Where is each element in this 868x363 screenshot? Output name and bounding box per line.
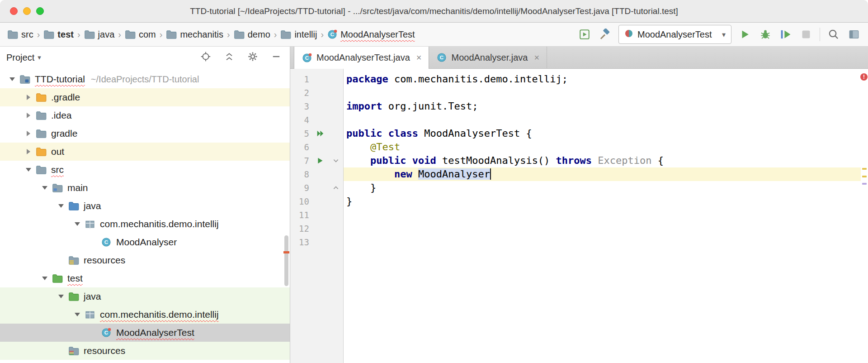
close-tab-icon[interactable]: × [416, 53, 422, 63]
tree-item-idea[interactable]: .idea [0, 106, 290, 124]
tree-item-out[interactable]: out [0, 143, 290, 161]
zoom-window-button[interactable] [36, 7, 44, 15]
line-number-7[interactable]: 7 [290, 156, 311, 166]
build-hammer-icon[interactable] [598, 28, 612, 41]
tree-item-src[interactable]: src [0, 161, 290, 179]
code-line-2[interactable] [344, 86, 861, 100]
run-configuration-select[interactable]: MoodAnalyserTest ▾ [618, 25, 731, 44]
tree-item-ttd-tutorial[interactable]: TTD-tutorial~/IdeaProjects/TTD-tutorial [0, 70, 290, 88]
tree-item-resources[interactable]: resources [0, 342, 290, 360]
project-scrollbar-thumb[interactable] [284, 235, 288, 286]
fold-marker-icon[interactable] [330, 185, 342, 191]
twisty-closed-icon[interactable] [23, 95, 34, 100]
code-line-7[interactable]: public void testMoodAnalysis() throws Ex… [344, 154, 861, 167]
twisty-open-icon[interactable] [6, 77, 18, 81]
run-widget-icon[interactable] [578, 28, 591, 41]
breadcrumb-item-demo[interactable]: demo [234, 29, 270, 40]
line-number-2[interactable]: 2 [290, 88, 311, 98]
code-line-12[interactable] [344, 222, 861, 235]
twisty-open-icon[interactable] [39, 277, 51, 280]
settings-gear-icon[interactable] [247, 51, 258, 64]
breadcrumb-item-src[interactable]: src [7, 29, 33, 40]
breadcrumb-item-test[interactable]: test [43, 29, 74, 40]
twisty-open-icon[interactable] [71, 222, 83, 226]
line-number-5[interactable]: 5 [290, 129, 311, 139]
tree-item-test[interactable]: test [0, 269, 290, 287]
code-line-9[interactable]: } [344, 181, 861, 195]
twisty-open-icon[interactable] [23, 168, 34, 172]
twisty-open-icon[interactable] [39, 186, 51, 190]
twisty-closed-icon[interactable] [23, 113, 34, 118]
line-number-12[interactable]: 12 [290, 224, 311, 234]
breadcrumb-item-mechanitis[interactable]: mechanitis [166, 29, 223, 40]
tree-item-com-mechanitis-demo-intellij[interactable]: com.mechanitis.demo.intellij [0, 306, 290, 324]
code-line-11[interactable] [344, 208, 861, 222]
tree-item-java[interactable]: java [0, 287, 290, 306]
run-test-icon[interactable] [311, 157, 330, 165]
fold-marker-icon[interactable] [330, 158, 342, 164]
source-root-folder-icon [67, 201, 80, 211]
line-number-3[interactable]: 3 [290, 101, 311, 111]
code-line-13[interactable] [344, 235, 861, 249]
navigation-bar: src›test›java›com›mechanitis›demo›intell… [0, 23, 868, 47]
project-panel-header: Project ▾ [0, 47, 290, 68]
run-button[interactable] [738, 28, 752, 41]
editor-tab-moodanalyser-java[interactable]: CMoodAnalyser.java× [429, 47, 547, 68]
run-all-tests-icon[interactable] [311, 129, 330, 138]
line-number-4[interactable]: 4 [290, 115, 311, 125]
twisty-open-icon[interactable] [55, 204, 67, 208]
hide-panel-icon[interactable] [271, 51, 282, 64]
close-window-button[interactable] [10, 7, 18, 15]
code-line-1[interactable]: package com.mechanitis.demo.intellij; [344, 72, 861, 86]
tree-item-label: com.mechanitis.demo.intellij [100, 219, 219, 229]
tree-item-gradle[interactable]: gradle [0, 124, 290, 143]
code-line-3[interactable]: import org.junit.Test; [344, 100, 861, 113]
line-number-1[interactable]: 1 [290, 74, 311, 84]
twisty-closed-icon[interactable] [23, 131, 34, 136]
twisty-closed-icon[interactable] [23, 149, 34, 154]
line-number-6[interactable]: 6 [290, 142, 311, 152]
code-line-5[interactable]: public class MoodAnalyserTest { [344, 127, 861, 140]
tree-item-java[interactable]: java [0, 197, 290, 215]
minimize-window-button[interactable] [23, 7, 31, 15]
code-area[interactable]: package com.mechanitis.demo.intellij;imp… [344, 69, 861, 363]
tree-item-com-mechanitis-demo-intellij[interactable]: com.mechanitis.demo.intellij [0, 215, 290, 233]
inspections-status-icon[interactable]: ! [860, 73, 868, 81]
twisty-open-icon[interactable] [55, 295, 67, 298]
line-number-13[interactable]: 13 [290, 237, 311, 247]
twisty-open-icon[interactable] [71, 313, 83, 316]
breadcrumb-item-moodanalysertest[interactable]: CMoodAnalyserTest [327, 29, 415, 40]
code-line-6[interactable]: @Test [344, 140, 861, 154]
locate-file-icon[interactable] [200, 51, 211, 64]
editor-tab-moodanalysertest-java[interactable]: CMoodAnalyserTest.java× [294, 47, 429, 69]
breadcrumb-item-com[interactable]: com [125, 29, 156, 40]
run-with-coverage-button[interactable] [779, 28, 793, 41]
tree-item-moodanalysertest[interactable]: CMoodAnalyserTest [0, 324, 290, 342]
line-number-8[interactable]: 8 [290, 169, 311, 179]
collapse-all-icon[interactable] [224, 51, 235, 64]
line-number-11[interactable]: 11 [290, 210, 311, 220]
tree-item-gradle[interactable]: .gradle [0, 88, 290, 106]
stop-button[interactable] [799, 28, 813, 41]
tree-item-resources[interactable]: resources [0, 251, 290, 269]
project-structure-icon[interactable] [847, 28, 861, 41]
code-line-4[interactable] [344, 113, 861, 127]
tree-item-label: TTD-tutorial [35, 74, 85, 85]
breadcrumb-separator: › [321, 29, 324, 40]
package-icon [83, 310, 97, 320]
line-number-10[interactable]: 10 [290, 196, 311, 206]
tree-item-main[interactable]: main [0, 179, 290, 197]
chevron-down-icon[interactable]: ▾ [38, 53, 41, 62]
tree-item-moodanalyser[interactable]: CMoodAnalyser [0, 233, 290, 251]
test-resources-folder-icon [67, 346, 80, 356]
breadcrumb-item-intellij[interactable]: intellij [280, 29, 317, 40]
code-line-8[interactable]: new MoodAnalyser [344, 167, 861, 181]
search-everywhere-icon[interactable] [827, 28, 840, 41]
code-line-10[interactable]: } [344, 195, 861, 208]
window-controls [10, 0, 44, 22]
project-panel-title[interactable]: Project [6, 53, 34, 63]
line-number-9[interactable]: 9 [290, 183, 311, 193]
breadcrumb-item-java[interactable]: java [84, 29, 115, 40]
close-tab-icon[interactable]: × [534, 53, 539, 63]
debug-button[interactable] [759, 28, 772, 41]
